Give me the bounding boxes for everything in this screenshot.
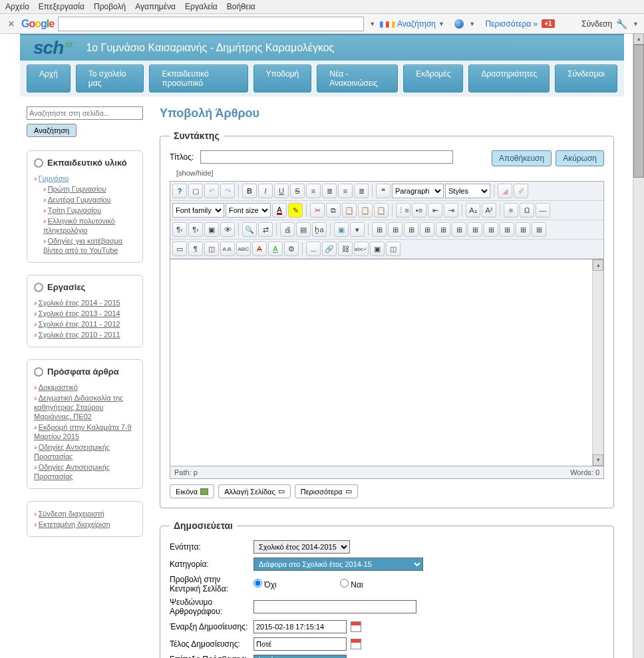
access-level-list[interactable]: Δημόσιο Μέλος/η Ειδικό	[253, 655, 347, 658]
sidebar-link[interactable]: Δειγματική Διδασκαλία της καθηγήτριας Στ…	[34, 394, 123, 420]
visual-icon[interactable]: ◫	[204, 242, 219, 256]
highlight-icon[interactable]: ✎	[288, 203, 303, 218]
start-date-input[interactable]	[253, 620, 347, 633]
blockquote-icon[interactable]: ❝	[376, 184, 391, 198]
scroll-down-icon[interactable]: ▾	[593, 454, 603, 466]
sidebar-link[interactable]: Οδηγίες Αντισεισμικής Προστασίας	[34, 463, 110, 480]
acronym-icon[interactable]: ABC	[236, 242, 251, 256]
styles-select[interactable]: Styles	[445, 184, 490, 198]
sidebar-link[interactable]: Οδηγίες Αντισεισμικής Προστασίας	[34, 443, 110, 460]
fontfamily-select[interactable]: Font family	[172, 203, 224, 218]
editor-textarea[interactable]: ▴ ▾	[170, 259, 603, 466]
ul-icon[interactable]: •≡	[412, 203, 426, 218]
ol-icon[interactable]: ⋮≡	[396, 203, 410, 218]
gplus-badge[interactable]: +1	[542, 19, 554, 28]
table-cell-icon[interactable]: ⊞	[420, 222, 434, 237]
showhide-toggle[interactable]: [show/hide]	[176, 169, 604, 177]
sidebar-link[interactable]: Σχολικό έτος 2011 - 2012	[39, 320, 120, 328]
sidebar-link[interactable]: Τρίτη Γυμνασίου	[48, 206, 102, 214]
table-row-icon[interactable]: ⊞	[388, 222, 402, 237]
nav-news[interactable]: Νέα - Ανακοινώσεις	[317, 65, 398, 92]
spellcheck-icon[interactable]: abc✓	[354, 242, 369, 256]
charmap-icon[interactable]: Ω	[520, 203, 534, 218]
iframe-icon[interactable]: ◫	[386, 242, 401, 256]
sidebar-link[interactable]: Πρώτη Γυμνασίου	[48, 185, 106, 193]
close-icon[interactable]: ✕	[5, 19, 17, 29]
more-link[interactable]: Περισσότερα »	[486, 19, 538, 29]
scroll-up-icon[interactable]: ▴	[633, 33, 644, 45]
globe-dropdown-icon[interactable]: ▼	[469, 21, 475, 27]
table-icon[interactable]: ⊞	[372, 222, 387, 237]
nav-school[interactable]: Το σχολείο μας	[76, 65, 144, 92]
redo-icon[interactable]: ↷	[220, 184, 235, 198]
menu-edit[interactable]: Επεξεργασία	[39, 2, 84, 11]
align-right-icon[interactable]: ≡	[338, 184, 353, 198]
rtl-icon[interactable]: ¶›	[188, 222, 203, 237]
brush-icon[interactable]: ✐	[514, 184, 528, 198]
title-input[interactable]	[200, 150, 453, 164]
abbr-icon[interactable]: A.B.	[220, 242, 235, 256]
google-search-button[interactable]: ▮▮▮ Αναζήτηση▼	[379, 19, 444, 29]
menu-file[interactable]: Αρχείο	[5, 2, 29, 11]
sidebar-link[interactable]: Δευτέρα Γυμνασίου	[48, 196, 111, 204]
pagebreak-button[interactable]: Αλλαγή Σελίδας▭	[218, 484, 291, 498]
table-merge-icon[interactable]: ⊞	[500, 222, 514, 237]
ins-icon[interactable]: A	[268, 242, 283, 256]
table-props-icon[interactable]: ⊞	[532, 222, 546, 237]
readmore-button[interactable]: Περισσότερα▭	[295, 484, 358, 498]
table-ins-col-icon[interactable]: ⊞	[468, 222, 482, 237]
sidebar-link[interactable]: Σχολικό έτος 2014 - 2015	[39, 299, 120, 307]
cut-icon[interactable]: ✂	[310, 203, 325, 218]
page-scrollbar[interactable]: ▴	[633, 33, 644, 658]
calendar-icon[interactable]	[351, 639, 361, 649]
nbsp-icon[interactable]: ⎵	[306, 242, 321, 256]
access-option-public[interactable]: Δημόσιο	[254, 655, 346, 658]
code-icon[interactable]: ▤	[296, 222, 311, 237]
globe-icon[interactable]	[454, 19, 464, 29]
radio-yes[interactable]: Ναι	[340, 579, 420, 589]
sidebar-link[interactable]: Εκδρομή στην Καλαμάτα 7-9 Μαρτίου 2015	[34, 423, 132, 440]
newdoc-icon[interactable]: ▢	[188, 184, 203, 198]
align-justify-icon[interactable]: ≣	[354, 184, 369, 198]
section-select[interactable]: Σχολικό έτος 2014-2015	[253, 540, 350, 554]
strike-icon[interactable]: S	[290, 184, 305, 198]
nav-infra[interactable]: Υποδομή	[253, 65, 312, 92]
sidebar-link-admin-ext[interactable]: Εκτεταμένη διαχείριση	[39, 520, 110, 528]
paragraph-select[interactable]: Paragraph	[392, 184, 444, 198]
sidebar-search-button[interactable]: Αναζήτηση	[27, 124, 77, 137]
calendar-icon[interactable]	[351, 621, 361, 632]
nav-links[interactable]: Σύνδεσμοι	[555, 65, 617, 92]
preview-icon[interactable]: 👁	[220, 222, 235, 237]
scroll-up-icon[interactable]: ▴	[593, 259, 603, 271]
align-center-icon[interactable]: ≣	[322, 184, 337, 198]
sidebar-link[interactable]: Σχολικό έτος 2013 - 2014	[39, 309, 120, 317]
fullscreen-icon[interactable]: ▣	[204, 222, 219, 237]
table-col-icon[interactable]: ⊞	[404, 222, 418, 237]
end-date-input[interactable]	[253, 637, 347, 651]
scrollbar-thumb[interactable]	[633, 45, 644, 178]
fontsize-select[interactable]: Font size	[226, 203, 271, 218]
sup-icon[interactable]: A²	[482, 203, 496, 218]
undo-icon[interactable]: ↶	[204, 184, 219, 198]
bold-icon[interactable]: B	[242, 184, 257, 198]
alias-input[interactable]	[253, 600, 416, 613]
print-icon[interactable]: 🖨	[280, 222, 295, 237]
signin-link[interactable]: Σύνδεση	[581, 19, 612, 29]
menu-help[interactable]: Βοήθεια	[227, 2, 255, 11]
attribs-icon[interactable]: ⚙	[284, 242, 299, 256]
image2-icon[interactable]: ▣	[334, 222, 349, 237]
menu-view[interactable]: Προβολή	[94, 2, 126, 11]
paste-word-icon[interactable]: 📋	[374, 203, 389, 218]
google-search-input[interactable]	[58, 17, 364, 31]
sidebar-link-admin-login[interactable]: Σύνδεση διαχειριστή	[39, 510, 104, 518]
outdent-icon[interactable]: ⇤	[428, 203, 442, 218]
sub-icon[interactable]: A₂	[466, 203, 480, 218]
sidebar-link[interactable]: Οδηγίες για κατέβασμα βίντεο από το YouT…	[43, 237, 122, 254]
search-dropdown-icon[interactable]: ▼	[369, 21, 375, 27]
sidebar-link-gymnasio[interactable]: Γυμνάσιο	[39, 174, 69, 182]
radio-no[interactable]: Όχι	[253, 579, 333, 589]
table-split-icon[interactable]: ⊞	[516, 222, 530, 237]
eraser-icon[interactable]: ◢	[498, 184, 512, 198]
image-dd-icon[interactable]: ▾	[350, 222, 365, 237]
layer-icon[interactable]: ▭	[172, 242, 187, 256]
